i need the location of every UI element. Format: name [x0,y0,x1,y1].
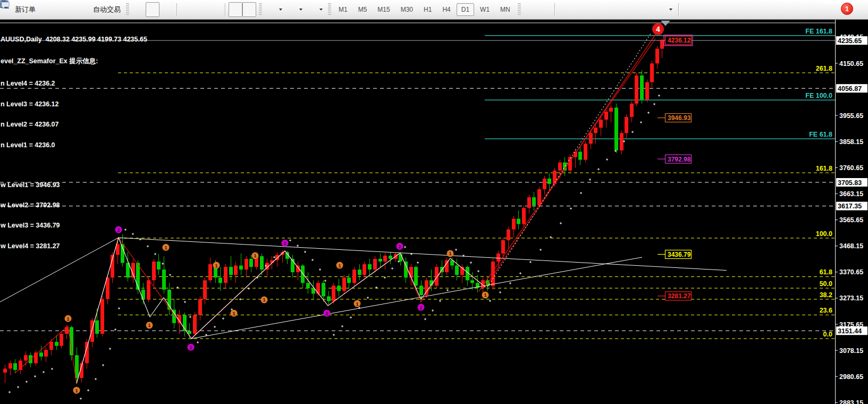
fib-label-161.8: 161.8 [816,165,832,172]
candle [95,321,99,334]
candle [152,262,156,280]
periods-button[interactable] [285,2,305,17]
candle [3,368,7,373]
tab-timeframe-w1[interactable]: W1 [475,3,494,16]
fibonacci-button[interactable]: F [613,2,627,17]
tab-timeframe-m30[interactable]: M30 [396,3,418,16]
notification-badge[interactable]: 1 [841,3,853,15]
arrows-button[interactable] [655,2,675,17]
toolbar-grip[interactable] [518,3,521,16]
fibonacci-icon: F [616,5,625,14]
candle [162,270,166,290]
candle [522,208,526,224]
candle [599,120,603,128]
channel-icon: E [602,5,611,14]
toolbar-grip[interactable] [126,3,129,16]
candle [198,299,202,315]
axis-price-box-label: 4235.65 [838,37,862,45]
tile-windows-icon [210,5,219,14]
semafor-1-digit: 1 [148,323,150,328]
templates-button[interactable] [305,2,325,17]
bar-chart-button[interactable] [132,2,146,17]
search-button[interactable] [804,2,818,17]
candle [157,262,161,270]
tile-windows-button[interactable] [208,2,222,17]
candle [245,259,248,270]
candle [100,299,104,333]
candle [234,266,238,275]
indicators-button[interactable] [265,2,285,17]
horizontal-line-button[interactable] [572,2,586,17]
semafor-2-digit: 2 [283,241,286,246]
auto-scroll-icon [245,5,254,14]
crosshair-button[interactable] [537,2,551,17]
timeframe-buttons: M1M5M15M30H1H4D1W1MN [334,3,515,16]
toolbar-separator [176,3,177,16]
new-order-label: 新订单 [15,5,36,14]
line-chart-icon [162,5,171,14]
community-button[interactable] [52,2,66,17]
vertical-line-button[interactable] [558,2,572,17]
candle [625,117,628,133]
down-level-line: w Level1 = 3946.93 [1,182,147,189]
price-axis-background[interactable] [836,20,868,404]
text-label-button[interactable]: T [641,2,655,17]
candle [532,197,536,205]
up-level-line: n Level3 = 4236.12 [1,101,147,108]
candle [614,107,618,150]
toolbar-separator [554,3,555,16]
axis-price-box-label: 3705.83 [838,179,862,187]
candle [316,283,320,293]
candle [507,230,510,240]
tab-timeframe-m1[interactable]: M1 [334,3,352,16]
candle [604,112,608,120]
price-tag-text: 3792.98 [668,156,691,163]
candle [373,259,377,270]
candle [594,128,597,133]
candle [203,280,207,299]
tab-timeframe-h1[interactable]: H1 [419,3,436,16]
cursor-button[interactable] [524,2,537,17]
candle [322,283,325,296]
tab-timeframe-m5[interactable]: M5 [353,3,372,16]
zoom-in-button[interactable] [180,2,194,17]
axis-tick-label: 4150.65 [839,60,863,68]
axis-price-box-label: 3151.44 [838,327,862,335]
semafor-2-digit: 2 [325,311,328,316]
tab-timeframe-h4[interactable]: H4 [437,3,455,16]
candle [224,267,227,283]
tab-timeframe-mn[interactable]: MN [495,3,515,16]
axis-tick-label: 2883.15 [839,399,863,404]
tab-timeframe-d1[interactable]: D1 [457,3,474,16]
auto-scroll-button[interactable] [242,2,256,17]
candle [584,144,587,159]
candle [512,218,516,229]
main-toolbar: 新订单 自动交易 [0,0,868,20]
trendline-button[interactable] [586,2,600,17]
candle [609,107,613,112]
chevron-down-icon [319,9,323,11]
market-button[interactable] [66,2,80,17]
market-icon [69,5,77,14]
candlestick-chart-button[interactable] [146,2,159,17]
zoom-out-button[interactable] [194,2,208,17]
red-trendline-2 [479,39,655,291]
candle [239,266,243,270]
tab-timeframe-m15[interactable]: M15 [373,3,394,16]
vertical-line-icon [561,5,569,14]
line-chart-button[interactable] [159,2,173,17]
text-button[interactable]: A [627,2,641,17]
fib-label-261.8: 261.8 [816,65,832,72]
channel-button[interactable]: E [600,2,613,17]
down-level-line: w Level2 = 3792.98 [1,202,147,209]
chart-shift-button[interactable] [229,2,242,17]
toolbar-grip[interactable] [328,3,331,16]
candle [455,266,459,275]
auto-trading-button[interactable]: 自动交易 [80,2,123,17]
zoom-in-icon [183,5,191,14]
candle [24,355,28,360]
toolbar-separator [678,3,679,16]
deposit-button[interactable] [38,2,52,17]
toolbar-grip[interactable] [259,3,262,16]
candle [327,296,331,301]
